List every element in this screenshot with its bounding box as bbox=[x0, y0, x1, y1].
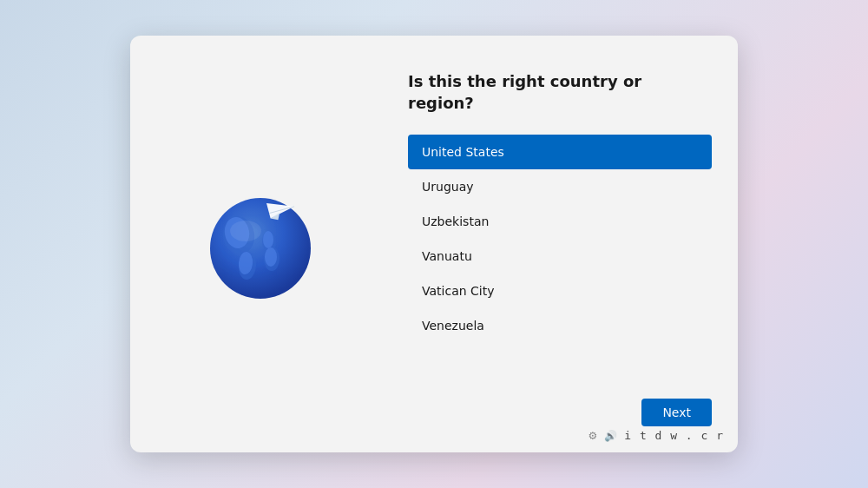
globe-illustration bbox=[195, 179, 326, 309]
svg-point-8 bbox=[263, 231, 273, 248]
settings-icon[interactable]: ⚙ bbox=[588, 430, 597, 442]
svg-point-1 bbox=[210, 198, 311, 299]
country-item-uzbekistan[interactable]: Uzbekistan bbox=[408, 204, 712, 239]
globe-svg bbox=[195, 179, 326, 309]
watermark: i t d w . c r bbox=[624, 429, 724, 442]
country-list: United StatesUruguayUzbekistanVanuatuVat… bbox=[408, 135, 712, 385]
country-item-vanuatu[interactable]: Vanuatu bbox=[408, 239, 712, 274]
main-window: Is this the right country or region? Uni… bbox=[130, 36, 738, 452]
right-panel: Is this the right country or region? Uni… bbox=[391, 36, 738, 452]
country-item-vatican-city[interactable]: Vatican City bbox=[408, 274, 712, 308]
country-item-uruguay[interactable]: Uruguay bbox=[408, 169, 712, 204]
svg-point-9 bbox=[265, 247, 277, 267]
country-item-united-states[interactable]: United States bbox=[408, 135, 712, 169]
bottom-bar: Next bbox=[408, 385, 712, 426]
taskbar-icons: ⚙ 🔊 i t d w . c r bbox=[588, 429, 724, 442]
next-button[interactable]: Next bbox=[641, 399, 712, 426]
left-panel bbox=[130, 36, 391, 452]
country-item-venezuela[interactable]: Venezuela bbox=[408, 308, 712, 343]
svg-point-10 bbox=[230, 221, 261, 241]
volume-icon[interactable]: 🔊 bbox=[604, 430, 617, 442]
question-title: Is this the right country or region? bbox=[408, 70, 712, 114]
